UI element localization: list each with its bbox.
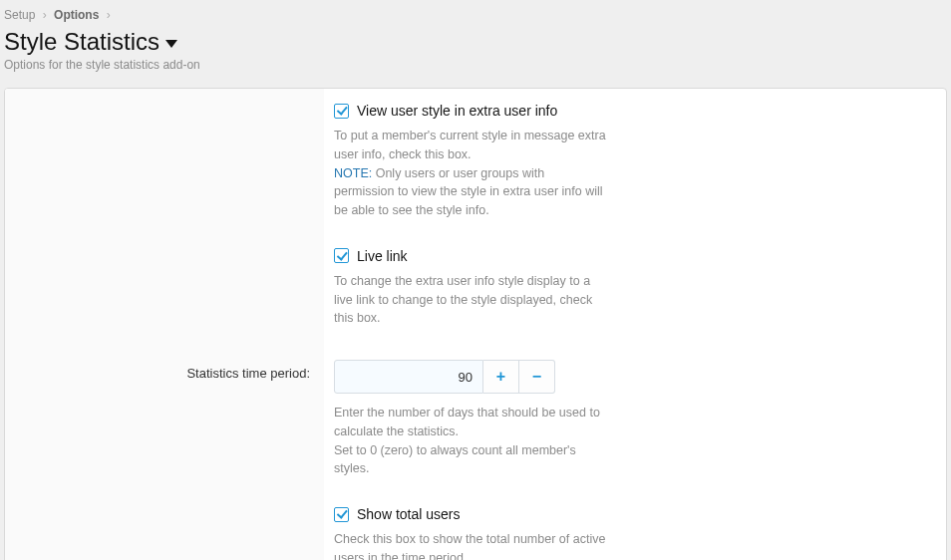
options-panel: View user style in extra user info To pu…: [4, 88, 947, 560]
view-user-style-label[interactable]: View user style in extra user info: [357, 103, 557, 119]
breadcrumb-options[interactable]: Options: [54, 8, 99, 22]
chevron-right-icon: ›: [103, 8, 115, 22]
option-time-period: + − Enter the number of days that should…: [334, 360, 607, 478]
page-title: Style Statistics: [4, 28, 159, 56]
time-period-decrement[interactable]: −: [519, 360, 555, 394]
page-menu-toggle[interactable]: [165, 40, 177, 48]
time-period-row-label: Statistics time period:: [5, 346, 324, 560]
option-view-user-style: View user style in extra user info To pu…: [334, 103, 607, 220]
option-show-total: Show total users Check this box to show …: [334, 506, 607, 560]
live-link-label[interactable]: Live link: [357, 248, 408, 264]
plus-icon: +: [496, 368, 505, 386]
time-period-input[interactable]: [334, 360, 483, 394]
live-link-checkbox[interactable]: [334, 248, 349, 263]
minus-icon: −: [532, 368, 541, 386]
show-total-desc: Check this box to show the total number …: [334, 530, 607, 560]
show-total-checkbox[interactable]: [334, 507, 349, 522]
show-total-label[interactable]: Show total users: [357, 506, 461, 522]
time-period-increment[interactable]: +: [483, 360, 519, 394]
breadcrumb: Setup › Options ›: [4, 8, 947, 22]
time-period-desc: Enter the number of days that should be …: [334, 404, 607, 478]
view-user-style-checkbox[interactable]: [334, 104, 349, 119]
page-description: Options for the style statistics add-on: [4, 58, 947, 82]
view-user-style-desc: To put a member's current style in messa…: [334, 127, 607, 220]
live-link-desc: To change the extra user info style disp…: [334, 272, 607, 328]
chevron-right-icon: ›: [39, 8, 51, 22]
breadcrumb-setup[interactable]: Setup: [4, 8, 35, 22]
option-live-link: Live link To change the extra user info …: [334, 248, 607, 328]
